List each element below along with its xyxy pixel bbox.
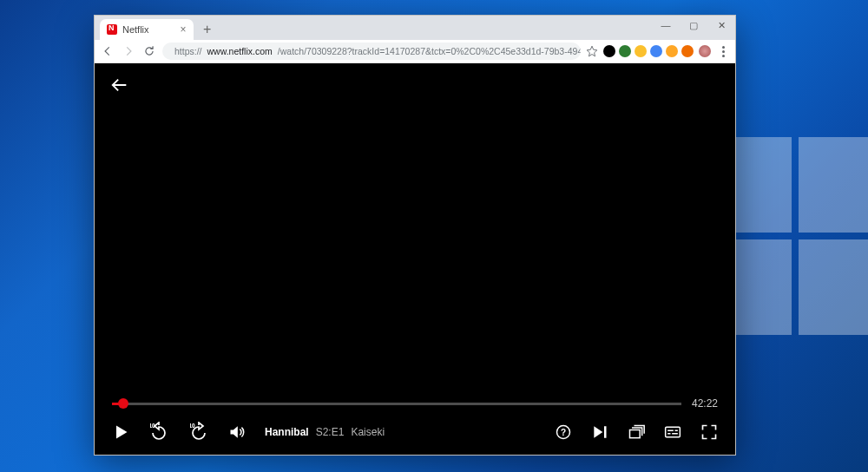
seek-knob[interactable] (118, 398, 128, 409)
player-back-button[interactable] (110, 75, 129, 98)
extension-icon[interactable] (619, 45, 631, 57)
episode-title: Kaiseki (351, 426, 385, 438)
skip-back-10-button[interactable]: 10 (148, 422, 169, 442)
extension-icon[interactable] (681, 45, 694, 57)
new-tab-button[interactable]: + (199, 21, 216, 38)
next-episode-button[interactable] (591, 423, 608, 441)
nav-back-button[interactable] (100, 43, 115, 59)
show-name: Hannibal (265, 426, 309, 438)
browser-window: Netflix × + ― ▢ ✕ https://www.netflix.co… (94, 15, 736, 456)
profile-avatar[interactable] (699, 45, 711, 57)
play-button[interactable] (112, 423, 129, 441)
extension-icon[interactable] (603, 45, 615, 57)
netflix-favicon-icon (107, 24, 117, 35)
skip-forward-10-button[interactable]: 10 (188, 422, 209, 442)
seek-row: 42:22 (112, 397, 718, 410)
tab-title: Netflix (122, 24, 149, 35)
svg-text:10: 10 (150, 423, 155, 429)
extension-icon[interactable] (650, 45, 662, 57)
address-bar-row: https://www.netflix.com/watch/70309228?t… (95, 40, 735, 63)
url-host: www.netflix.com (207, 46, 273, 56)
window-controls: ― ▢ ✕ (652, 16, 735, 35)
extension-icon[interactable] (635, 45, 647, 57)
player-controls: 42:22 10 10 Hannibal (95, 397, 735, 455)
subtitles-button[interactable] (664, 423, 681, 441)
now-playing-title: Hannibal S2:E1 Kaiseki (265, 426, 385, 438)
svg-rect-4 (630, 430, 641, 438)
close-tab-icon[interactable]: × (181, 23, 187, 36)
episodes-button[interactable] (628, 423, 645, 441)
nav-reload-button[interactable] (141, 43, 157, 59)
chrome-menu-button[interactable] (716, 46, 730, 57)
seek-track[interactable] (112, 403, 681, 405)
browser-tab[interactable]: Netflix × (100, 19, 194, 40)
url-scheme: https:// (174, 46, 202, 56)
close-window-button[interactable]: ✕ (707, 16, 735, 35)
svg-rect-5 (666, 427, 681, 437)
button-row: 10 10 Hannibal S2:E1 Kaiseki ? (112, 422, 718, 442)
svg-text:?: ? (561, 428, 566, 437)
address-bar[interactable]: https://www.netflix.com/watch/70309228?t… (162, 43, 581, 60)
episode-code: S2:E1 (316, 426, 345, 438)
extension-icons (603, 45, 694, 57)
tab-bar: Netflix × + ― ▢ ✕ (95, 16, 735, 40)
extension-icon[interactable] (666, 45, 678, 57)
help-button[interactable]: ? (555, 423, 572, 441)
maximize-button[interactable]: ▢ (680, 16, 707, 35)
url-path: /watch/70309228?trackId=14170287&tctx=0%… (278, 46, 581, 56)
volume-button[interactable] (228, 423, 246, 441)
star-bookmark-icon[interactable] (586, 45, 598, 57)
minimize-button[interactable]: ― (652, 16, 680, 35)
remaining-time: 42:22 (692, 397, 718, 410)
nav-forward-button[interactable] (121, 43, 136, 59)
video-player: 42:22 10 10 Hannibal (95, 63, 735, 455)
svg-text:10: 10 (190, 423, 195, 429)
fullscreen-button[interactable] (700, 423, 718, 441)
